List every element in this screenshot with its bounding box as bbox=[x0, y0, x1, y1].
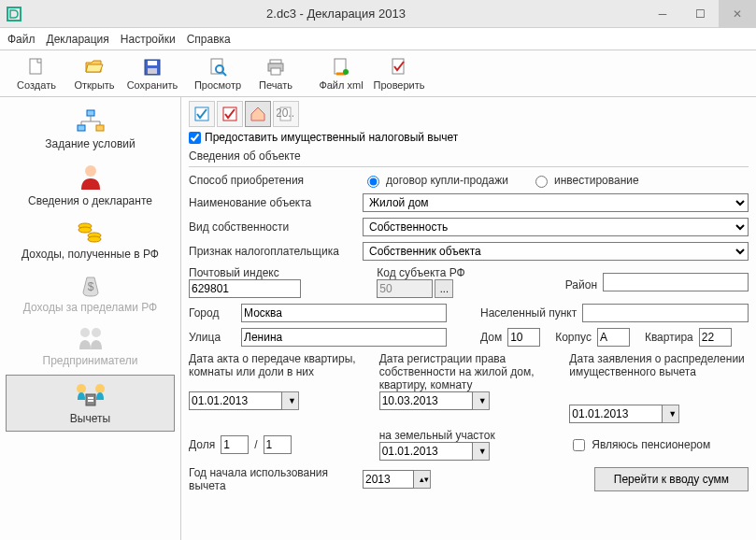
sidebar-income-rf-label: Доходы, полученные в РФ bbox=[21, 248, 159, 261]
year-input[interactable] bbox=[363, 470, 414, 489]
sidebar-item-declarant[interactable]: Сведения о декларанте bbox=[0, 156, 180, 213]
check-label: Проверить bbox=[373, 79, 424, 91]
region-code-label: Код субъекта РФ bbox=[377, 266, 559, 279]
new-file-icon bbox=[26, 57, 47, 78]
radio-investment[interactable]: инвестирование bbox=[531, 173, 639, 188]
deductions-icon bbox=[74, 381, 107, 409]
svg-point-27 bbox=[80, 328, 90, 337]
mini-btn-doc[interactable]: 20.. bbox=[273, 101, 299, 127]
svg-point-29 bbox=[77, 384, 86, 393]
taxpayer-select[interactable]: Собственник объекта bbox=[363, 242, 749, 261]
ownership-select[interactable]: Собственность bbox=[363, 218, 749, 236]
svg-rect-15 bbox=[78, 125, 85, 131]
mini-toolbar: 20.. bbox=[189, 101, 749, 127]
xml-file-icon bbox=[331, 57, 351, 78]
reg-date-label: Дата регистрации права собственности на … bbox=[379, 352, 559, 391]
mini-btn-house[interactable] bbox=[245, 101, 271, 127]
house-label: Дом bbox=[480, 331, 502, 344]
reg-date-input[interactable] bbox=[379, 391, 473, 410]
act-date-input[interactable] bbox=[189, 391, 282, 410]
postal-label: Почтовый индекс bbox=[189, 266, 371, 279]
land-date-input[interactable] bbox=[379, 442, 473, 461]
sidebar-item-conditions[interactable]: Задание условий bbox=[0, 103, 180, 156]
locality-input[interactable] bbox=[582, 304, 749, 322]
check-button[interactable]: Проверить bbox=[370, 52, 428, 95]
flat-label: Квартира bbox=[645, 331, 693, 344]
reg-date-picker-button[interactable]: ▼ bbox=[473, 391, 490, 410]
svg-text:$: $ bbox=[87, 280, 93, 293]
act-date-picker-button[interactable]: ▼ bbox=[282, 391, 299, 410]
land-date-label: на земельный участок bbox=[379, 429, 559, 442]
maximize-button[interactable]: ☐ bbox=[681, 0, 719, 28]
year-spinner-button[interactable]: ▴▾ bbox=[414, 470, 431, 489]
share-numerator-input[interactable] bbox=[221, 435, 249, 454]
building-label: Корпус bbox=[555, 331, 592, 344]
declaration-date-label: Дата заявления о распределении имуществе… bbox=[569, 352, 749, 405]
svg-point-25 bbox=[88, 236, 101, 242]
group-title: Сведения об объекте bbox=[189, 148, 749, 166]
locality-label: Населенный пункт bbox=[480, 306, 577, 320]
svg-rect-16 bbox=[96, 125, 104, 131]
obj-name-select[interactable]: Жилой дом bbox=[363, 193, 749, 212]
mini-btn-1[interactable] bbox=[189, 101, 215, 127]
sidebar-item-income-abroad[interactable]: $ Доходы за пределами РФ bbox=[0, 266, 180, 320]
menubar: Файл Декларация Настройки Справка bbox=[0, 28, 756, 50]
district-input[interactable] bbox=[603, 273, 749, 291]
sidebar-item-income-rf[interactable]: Доходы, полученные в РФ bbox=[0, 213, 180, 266]
goto-sums-button[interactable]: Перейти к вводу сумм bbox=[594, 467, 749, 491]
xml-label: Файл xml bbox=[319, 79, 363, 91]
sidebar-income-abroad-label: Доходы за пределами РФ bbox=[23, 301, 157, 314]
menu-settings[interactable]: Настройки bbox=[121, 33, 176, 46]
taxpayer-label: Признак налогоплательщика bbox=[189, 245, 357, 258]
businesspeople-icon bbox=[76, 325, 106, 351]
house-input[interactable] bbox=[507, 328, 540, 347]
city-input[interactable] bbox=[241, 304, 447, 322]
menu-declaration[interactable]: Декларация bbox=[47, 33, 109, 46]
year-label: Год начала использования вычета bbox=[189, 466, 357, 492]
obj-name-label: Наименование объекта bbox=[189, 196, 357, 209]
region-code-input bbox=[377, 279, 433, 298]
region-code-browse-button[interactable]: ... bbox=[435, 279, 453, 298]
mini-btn-2[interactable] bbox=[217, 101, 243, 127]
close-button[interactable]: ✕ bbox=[719, 0, 756, 28]
sidebar-declarant-label: Сведения о декларанте bbox=[28, 194, 152, 207]
provide-deduction-checkbox[interactable] bbox=[189, 132, 201, 144]
print-button[interactable]: Печать bbox=[247, 52, 305, 95]
open-button[interactable]: Открыть bbox=[65, 52, 123, 95]
menu-file[interactable]: Файл bbox=[7, 33, 36, 46]
menu-help[interactable]: Справка bbox=[187, 33, 231, 46]
postal-input[interactable] bbox=[189, 279, 301, 298]
declaration-date-picker-button[interactable]: ▼ bbox=[663, 405, 679, 423]
preview-button[interactable]: Просмотр bbox=[189, 52, 247, 95]
svg-rect-10 bbox=[271, 68, 280, 75]
provide-deduction-label: Предоставить имущественный налоговый выч… bbox=[205, 131, 458, 144]
svg-rect-8 bbox=[270, 60, 281, 64]
street-input[interactable] bbox=[241, 328, 447, 347]
sidebar-item-entrepreneurs[interactable]: Предприниматели bbox=[0, 320, 180, 373]
xml-button[interactable]: Файл xml bbox=[312, 52, 370, 95]
share-denominator-input[interactable] bbox=[264, 435, 292, 454]
svg-point-21 bbox=[85, 165, 96, 177]
save-icon bbox=[142, 57, 163, 78]
house-icon bbox=[249, 105, 267, 123]
radio-purchase[interactable]: договор купли-продажи bbox=[363, 173, 508, 188]
money-bag-icon: $ bbox=[78, 272, 104, 298]
check-icon bbox=[389, 57, 409, 78]
folder-open-icon bbox=[84, 57, 105, 78]
coins-icon bbox=[76, 219, 106, 245]
minimize-button[interactable]: ─ bbox=[644, 0, 681, 28]
pensioner-label: Являюсь пенсионером bbox=[592, 438, 710, 451]
svg-rect-1 bbox=[30, 59, 41, 74]
pensioner-checkbox[interactable] bbox=[573, 439, 585, 451]
sidebar-item-deductions[interactable]: Вычеты bbox=[6, 375, 175, 432]
save-button[interactable]: Сохранить bbox=[123, 52, 181, 95]
ownership-label: Вид собственности bbox=[189, 220, 357, 234]
create-button[interactable]: Создать bbox=[7, 52, 65, 95]
land-date-picker-button[interactable]: ▼ bbox=[473, 442, 490, 461]
preview-label: Просмотр bbox=[194, 79, 241, 91]
building-input[interactable] bbox=[597, 328, 630, 347]
svg-line-7 bbox=[222, 72, 226, 76]
declaration-date-input[interactable] bbox=[569, 405, 663, 423]
sidebar: Задание условий Сведения о декларанте До… bbox=[0, 97, 181, 540]
flat-input[interactable] bbox=[699, 328, 732, 347]
